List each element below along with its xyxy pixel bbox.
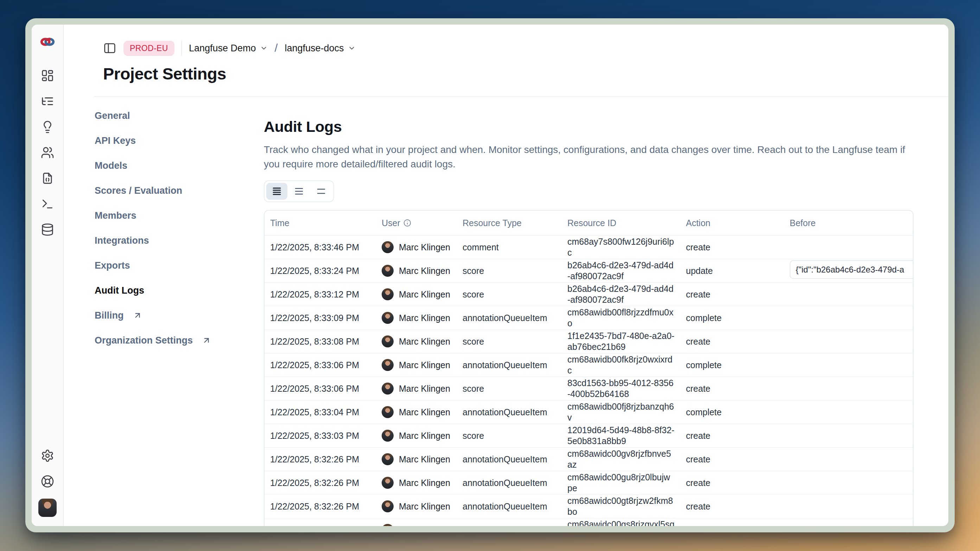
- settings-nav-item-scores-evaluation[interactable]: Scores / Evaluation: [95, 183, 264, 198]
- user-avatar[interactable]: [38, 499, 57, 517]
- user-name: Marc Klingen: [399, 383, 450, 394]
- user-avatar: [382, 406, 394, 418]
- cell-resource-id: cm68awidc00gu8rjz0lbujwpe: [562, 471, 680, 495]
- settings-nav-item-organization-settings[interactable]: Organization Settings: [95, 333, 264, 348]
- arrow-up-right-icon: [133, 311, 142, 320]
- desktop-background: PROD-EU Langfuse Demo / langfuse-docs Pr…: [0, 0, 980, 551]
- row-height-small-button[interactable]: [310, 183, 332, 200]
- cell-user: Marc Klingen: [376, 448, 457, 471]
- column-header-resource-type: Resource Type: [457, 211, 562, 236]
- cell-before: [784, 448, 913, 471]
- settings-nav-item-exports[interactable]: Exports: [95, 258, 264, 273]
- sidebar-toggle-icon[interactable]: [103, 41, 116, 55]
- cell-user: Marc Klingen: [376, 306, 457, 330]
- cell-user: Marc Klingen: [376, 424, 457, 448]
- cell-user: Marc Klingen: [376, 283, 457, 306]
- users-icon[interactable]: [40, 144, 56, 161]
- cell-action: create: [680, 471, 784, 495]
- cell-time: 1/22/2025, 8:33:06 PM: [264, 353, 376, 377]
- environment-badge[interactable]: PROD-EU: [124, 41, 175, 56]
- chevron-down-icon: [260, 44, 268, 52]
- cell-user: Marc Klingen: [376, 518, 457, 526]
- settings-gear-icon[interactable]: [40, 448, 56, 464]
- cell-time: 1/22/2025, 8:33:03 PM: [264, 424, 376, 448]
- cell-time: 1/22/2025, 8:33:46 PM: [264, 236, 376, 259]
- cell-action: create: [680, 495, 784, 518]
- nav-item-label: API Keys: [95, 135, 136, 146]
- cell-resource-id: cm68awidb00fk8rjz0wxixrdc: [562, 353, 680, 377]
- cell-action: complete: [680, 306, 784, 330]
- user-avatar: [382, 453, 394, 465]
- cell-user: Marc Klingen: [376, 330, 457, 353]
- cell-resource-type: annotationQueueItem: [457, 400, 562, 424]
- cell-resource-type: annotationQueueItem: [457, 495, 562, 518]
- before-value-box[interactable]: {"id":"b26ab4c6-d2e3-479d-a: [790, 260, 913, 279]
- project-name: langfuse-docs: [285, 43, 344, 54]
- cell-resource-type: score: [457, 283, 562, 306]
- info-icon: [404, 219, 411, 227]
- cell-action: complete: [680, 353, 784, 377]
- cell-before: [784, 330, 913, 353]
- cell-time: 1/22/2025, 8:32:26 PM: [264, 471, 376, 495]
- user-name: Marc Klingen: [399, 265, 450, 276]
- prompts-file-icon[interactable]: [40, 170, 56, 186]
- cell-time: 1/22/2025, 8:33:12 PM: [264, 283, 376, 306]
- user-avatar: [382, 500, 394, 512]
- organization-selector[interactable]: Langfuse Demo: [189, 43, 268, 54]
- user-avatar: [382, 430, 394, 441]
- datasets-database-icon[interactable]: [40, 222, 56, 238]
- settings-nav-item-integrations[interactable]: Integrations: [95, 233, 264, 248]
- user-name: Marc Klingen: [399, 501, 450, 512]
- cell-resource-id: cm68awidc00gs8rjzgvxl5sqw: [562, 518, 680, 526]
- icon-rail: [32, 25, 64, 526]
- cell-action: create: [680, 330, 784, 353]
- settings-nav-item-api-keys[interactable]: API Keys: [95, 133, 264, 148]
- cell-resource-id: cm68ay7s800fw126j9uri6lpc: [562, 236, 680, 259]
- settings-nav-item-audit-logs[interactable]: Audit Logs: [95, 283, 264, 298]
- cell-before: [784, 306, 913, 330]
- cell-user: Marc Klingen: [376, 259, 457, 283]
- settings-nav-item-general[interactable]: General: [95, 108, 264, 124]
- user-name: Marc Klingen: [399, 336, 450, 347]
- settings-nav-item-models[interactable]: Models: [95, 158, 264, 173]
- breadcrumb-slash: /: [275, 41, 278, 54]
- table-row: 1/22/2025, 8:33:03 PM Marc Klingen score…: [264, 424, 913, 448]
- row-height-medium-button[interactable]: [288, 183, 310, 200]
- nav-item-label: Scores / Evaluation: [95, 185, 182, 196]
- playground-terminal-icon[interactable]: [40, 196, 56, 212]
- cell-user: Marc Klingen: [376, 495, 457, 518]
- support-lifebuoy-icon[interactable]: [40, 473, 56, 489]
- cell-user: Marc Klingen: [376, 400, 457, 424]
- nav-item-label: Organization Settings: [95, 335, 193, 346]
- dashboard-icon[interactable]: [40, 68, 56, 84]
- row-height-large-button[interactable]: [266, 183, 287, 200]
- cell-time: 1/22/2025, 8:33:04 PM: [264, 400, 376, 424]
- lightbulb-icon[interactable]: [40, 119, 56, 135]
- cell-time: 1/22/2025, 8:32:26 PM: [264, 495, 376, 518]
- section-description: Track who changed what in your project a…: [264, 143, 913, 171]
- cell-time: 1/22/2025, 8:33:06 PM: [264, 377, 376, 400]
- cell-resource-type: score: [457, 424, 562, 448]
- settings-nav-item-billing[interactable]: Billing: [95, 308, 264, 323]
- table-row: 1/22/2025, 8:33:24 PM Marc Klingen score…: [264, 259, 913, 283]
- cell-resource-id: b26ab4c6-d2e3-479d-ad4d-af980072ac9f: [562, 259, 680, 283]
- cell-action: complete: [680, 400, 784, 424]
- cell-action: create: [680, 518, 784, 526]
- table-row: 1/22/2025, 8:33:08 PM Marc Klingen score…: [264, 330, 913, 353]
- tracing-tree-icon[interactable]: [40, 93, 56, 110]
- user-avatar: [382, 312, 394, 324]
- project-selector[interactable]: langfuse-docs: [285, 43, 355, 54]
- nav-item-label: Members: [95, 210, 137, 221]
- settings-nav-item-members[interactable]: Members: [95, 208, 264, 223]
- langfuse-logo[interactable]: [40, 34, 56, 50]
- arrow-up-right-icon: [202, 336, 211, 345]
- table-row: 1/22/2025, 8:32:26 PM Marc Klingen annot…: [264, 471, 913, 495]
- cell-user: Marc Klingen: [376, 236, 457, 259]
- cell-resource-type: comment: [457, 236, 562, 259]
- user-avatar: [382, 383, 394, 395]
- cell-before: [784, 236, 913, 259]
- table-row: 1/22/2025, 8:32:26 PM Marc Klingen annot…: [264, 495, 913, 518]
- cell-resource-type: score: [457, 377, 562, 400]
- cell-time: 1/22/2025, 8:33:24 PM: [264, 259, 376, 283]
- audit-log-table: Time User Resource Type: [264, 210, 913, 526]
